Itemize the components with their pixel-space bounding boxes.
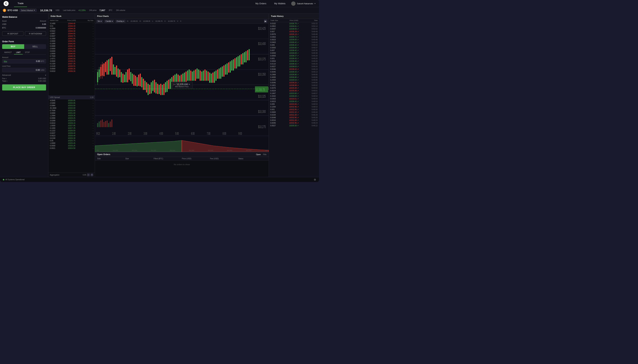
svg-rect-134	[107, 120, 108, 127]
settings-icon[interactable]: ⚙	[314, 178, 316, 181]
my-wallets-button[interactable]: My Wallets	[272, 2, 288, 6]
table-row[interactable]: 0.002310326.40-	[48, 134, 95, 137]
table-row[interactable]: 0.122210326.50-	[48, 129, 95, 132]
table-row[interactable]: 25.300010333.00-	[48, 107, 95, 109]
table-row[interactable]: 0.100010342.90-	[48, 37, 95, 40]
my-orders-button[interactable]: My Orders	[253, 2, 268, 6]
table-row[interactable]: 3.140010344.45-	[48, 22, 95, 25]
user-menu[interactable]: Satoshi Nakamoto ▾	[291, 2, 315, 6]
agg-decrease-button[interactable]: −	[87, 174, 90, 176]
svg-text:8:00: 8:00	[223, 132, 226, 136]
tab-trade[interactable]: Trade	[14, 0, 27, 7]
trade-price: 10335.29 ↗	[286, 31, 302, 32]
table-row[interactable]: 1.000010325.45-	[48, 142, 95, 144]
table-row[interactable]: 1.290410329.35-	[48, 114, 95, 117]
stop-tab[interactable]: STOP	[23, 51, 32, 54]
table-row[interactable]: 1.437110340.00-	[48, 57, 95, 60]
table-row[interactable]: 0.003710326.40-	[48, 132, 95, 134]
table-row[interactable]: 2.414010336.55-	[48, 65, 95, 67]
trade-time: 9:49:20	[302, 60, 318, 62]
table-row[interactable]: 0.0110344.40-	[48, 25, 95, 27]
fills-tab[interactable]: Fills	[263, 153, 267, 156]
table-row[interactable]: 4.004510335.05-	[48, 99, 95, 102]
order-book-title: Order Book	[51, 15, 62, 17]
trade-size: 0.0353	[270, 98, 286, 100]
ask-size: 1.4371	[50, 58, 64, 60]
limit-price-input[interactable]	[4, 69, 40, 71]
table-row[interactable]: 0.098410333.50-	[48, 104, 95, 107]
trade-price: 10331.00 ↗	[286, 119, 302, 121]
table-row[interactable]: 0.299910344.35-	[48, 27, 95, 30]
ask-mysize: -	[79, 68, 93, 70]
svg-rect-57	[143, 79, 144, 90]
chart-play-button[interactable]: ▶	[264, 20, 267, 23]
table-row[interactable]: 3.000010331.00-	[48, 112, 95, 114]
advanced-toggle[interactable]: Advanced ▾	[2, 74, 46, 76]
table-row[interactable]: 0.100010342.65-	[48, 42, 95, 45]
table-row[interactable]: 0.002110324.50-	[48, 147, 95, 150]
table-row[interactable]: 0.001010328.15-	[48, 122, 95, 124]
overlay-dropdown[interactable]: Overlay ▾	[115, 20, 126, 23]
svg-text:$10,400: $10,400	[258, 42, 266, 46]
list-item: 0.004810332.95 ↗9:48:28	[269, 116, 319, 119]
trade-time: 9:49:30	[302, 52, 318, 54]
chart-type-dropdown[interactable]: Candle ▾	[104, 20, 114, 23]
buy-tab[interactable]: BUY	[2, 44, 24, 49]
timeframe-dropdown[interactable]: 5m ▾	[97, 20, 103, 23]
market-tab[interactable]: MARKET	[2, 51, 14, 54]
svg-rect-136	[110, 122, 111, 127]
svg-rect-107	[222, 66, 223, 77]
table-row[interactable]: 0.759910332.90-	[48, 109, 95, 112]
ask-mysize: -	[79, 35, 93, 37]
table-row[interactable]: 3.000010339.25-	[48, 60, 95, 62]
footer: All Systems Operational ⚙	[0, 177, 319, 182]
deposit-button[interactable]: ⊕ DEPOSIT	[2, 31, 24, 36]
table-row[interactable]: 1.000010340.65-	[48, 52, 95, 55]
place-buy-order-button[interactable]: PLACE BUY ORDER	[2, 84, 46, 90]
trade-price: 10335.00 ↗	[286, 125, 302, 127]
table-row[interactable]: 0.592210344.30-	[48, 30, 95, 32]
trade-price: 10335.00 ↗	[286, 87, 302, 89]
withdraw-button[interactable]: ⊖ WITHDRAW	[25, 31, 46, 36]
table-row[interactable]: 0.068810342.15-	[48, 45, 95, 47]
max-button[interactable]: Max	[4, 60, 7, 62]
ask-mysize: -	[79, 28, 93, 30]
limit-tab[interactable]: LIMIT	[14, 51, 23, 54]
table-row[interactable]: 0.616810326.30-	[48, 137, 95, 139]
table-row[interactable]: 1.008710344.00-	[48, 32, 95, 35]
bid-size: 0.0037	[50, 132, 64, 134]
ask-price: 10344.40	[64, 25, 79, 27]
table-row[interactable]: 2.500010334.95-	[48, 102, 95, 104]
agg-increase-button[interactable]: +	[91, 174, 93, 176]
table-row[interactable]: 3.000010336.35-	[48, 67, 95, 70]
table-row[interactable]: 0.759910340.35-	[48, 55, 95, 57]
open-tab[interactable]: Open	[256, 153, 261, 156]
table-row[interactable]: 1.000010327.95-	[48, 124, 95, 127]
table-row[interactable]: 0.0510325.75-	[48, 139, 95, 142]
bid-price: 10333.00	[64, 107, 79, 109]
table-row[interactable]: 0.132010337.35-	[48, 62, 95, 65]
table-row[interactable]: 0.600010341.80-	[48, 50, 95, 52]
ask-size: 0.01	[50, 25, 64, 27]
agg-value: 0.05	[83, 174, 86, 176]
trade-size: 0.0234	[270, 114, 286, 116]
table-row[interactable]: 3.026810329.00-	[48, 119, 95, 122]
table-row[interactable]: 2.000010341.95-	[48, 47, 95, 50]
table-row[interactable]: 0.100010327.25-	[48, 127, 95, 129]
table-row[interactable]: 0.099910329.25-	[48, 117, 95, 119]
svg-rect-45	[124, 75, 125, 82]
high-label: H:	[140, 20, 141, 22]
select-market-dropdown[interactable]: Select Market ▾	[20, 8, 37, 12]
trade-size: 0.1667	[270, 92, 286, 94]
table-row[interactable]: 5.601010336.30-	[48, 70, 95, 72]
table-row[interactable]: 2.000010342.85-	[48, 40, 95, 42]
table-row[interactable]: 0.004710343.75-	[48, 35, 95, 37]
sell-tab[interactable]: SELL	[24, 44, 46, 49]
bid-size: 3.0000	[50, 112, 64, 114]
ask-size: 3.1400	[50, 22, 64, 24]
ask-size: 3.0000	[50, 68, 64, 70]
amount-input[interactable]	[8, 60, 40, 62]
price-col: Price (USD)	[182, 158, 210, 160]
bid-mysize: -	[79, 147, 93, 149]
table-row[interactable]: 6.000010325.25-	[48, 144, 95, 147]
